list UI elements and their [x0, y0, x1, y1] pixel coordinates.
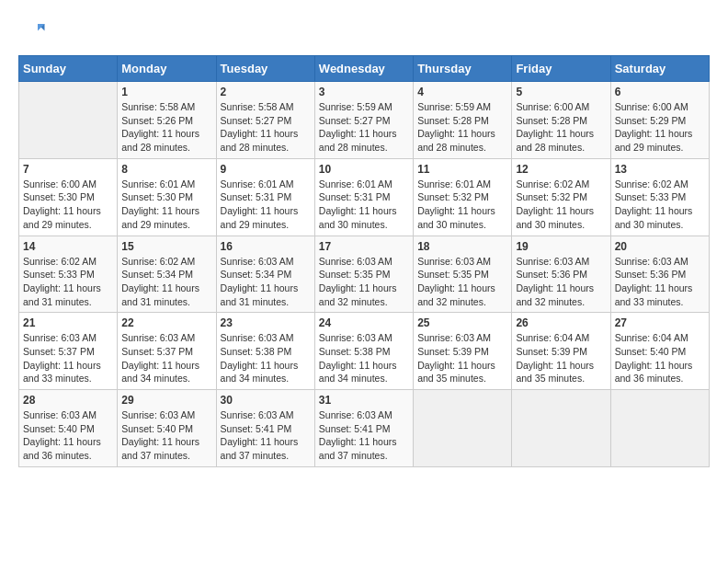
day-number: 4	[417, 86, 507, 98]
calendar-cell: 5Sunrise: 6:00 AMSunset: 5:28 PMDaylight…	[512, 82, 610, 159]
calendar-cell: 28Sunrise: 6:03 AMSunset: 5:40 PMDayligh…	[19, 390, 118, 467]
calendar-cell: 17Sunrise: 6:03 AMSunset: 5:35 PMDayligh…	[314, 236, 413, 313]
day-number: 25	[417, 316, 507, 329]
day-info: Sunrise: 5:58 AMSunset: 5:27 PMDaylight:…	[221, 100, 311, 155]
calendar-cell	[512, 390, 610, 467]
day-number: 21	[23, 316, 113, 329]
calendar-cell: 25Sunrise: 6:03 AMSunset: 5:39 PMDayligh…	[414, 313, 512, 390]
day-info: Sunrise: 6:02 AMSunset: 5:33 PMDaylight:…	[615, 178, 705, 232]
calendar-cell: 27Sunrise: 6:04 AMSunset: 5:40 PMDayligh…	[610, 313, 709, 390]
week-row-5: 28Sunrise: 6:03 AMSunset: 5:40 PMDayligh…	[19, 390, 710, 467]
calendar-cell: 10Sunrise: 6:01 AMSunset: 5:31 PMDayligh…	[314, 158, 413, 236]
day-info: Sunrise: 6:03 AMSunset: 5:41 PMDaylight:…	[319, 408, 409, 463]
day-number: 10	[319, 163, 409, 176]
day-number: 5	[516, 86, 606, 98]
day-number: 12	[516, 163, 606, 176]
day-number: 18	[417, 240, 507, 253]
week-row-1: 1Sunrise: 5:58 AMSunset: 5:26 PMDaylight…	[19, 82, 710, 159]
day-number: 22	[121, 316, 211, 329]
calendar-cell: 7Sunrise: 6:00 AMSunset: 5:30 PMDaylight…	[19, 158, 118, 236]
page-header	[18, 18, 710, 46]
calendar-table: SundayMondayTuesdayWednesdayThursdayFrid…	[18, 55, 710, 467]
day-info: Sunrise: 6:03 AMSunset: 5:38 PMDaylight:…	[319, 331, 409, 385]
day-info: Sunrise: 5:59 AMSunset: 5:28 PMDaylight:…	[417, 100, 507, 155]
calendar-cell: 26Sunrise: 6:04 AMSunset: 5:39 PMDayligh…	[512, 313, 610, 390]
calendar-cell: 12Sunrise: 6:02 AMSunset: 5:32 PMDayligh…	[512, 158, 610, 236]
day-info: Sunrise: 6:03 AMSunset: 5:40 PMDaylight:…	[121, 408, 211, 463]
day-info: Sunrise: 6:02 AMSunset: 5:33 PMDaylight:…	[23, 255, 113, 309]
calendar-cell: 11Sunrise: 6:01 AMSunset: 5:32 PMDayligh…	[414, 158, 512, 236]
day-number: 7	[23, 163, 113, 176]
day-info: Sunrise: 6:04 AMSunset: 5:40 PMDaylight:…	[615, 331, 705, 385]
column-header-saturday: Saturday	[610, 56, 709, 82]
day-info: Sunrise: 6:03 AMSunset: 5:35 PMDaylight:…	[319, 255, 409, 309]
day-number: 28	[23, 394, 113, 407]
day-info: Sunrise: 6:03 AMSunset: 5:38 PMDaylight:…	[221, 331, 311, 385]
calendar-cell: 22Sunrise: 6:03 AMSunset: 5:37 PMDayligh…	[118, 313, 216, 390]
week-row-4: 21Sunrise: 6:03 AMSunset: 5:37 PMDayligh…	[19, 313, 710, 390]
day-info: Sunrise: 6:03 AMSunset: 5:37 PMDaylight:…	[23, 331, 113, 385]
calendar-cell: 13Sunrise: 6:02 AMSunset: 5:33 PMDayligh…	[610, 158, 709, 236]
column-header-tuesday: Tuesday	[216, 56, 314, 82]
day-info: Sunrise: 6:03 AMSunset: 5:40 PMDaylight:…	[23, 408, 113, 463]
day-info: Sunrise: 6:03 AMSunset: 5:41 PMDaylight:…	[221, 408, 311, 463]
column-header-thursday: Thursday	[414, 56, 512, 82]
calendar-cell: 16Sunrise: 6:03 AMSunset: 5:34 PMDayligh…	[216, 236, 314, 313]
day-number: 30	[221, 394, 311, 407]
day-number: 16	[221, 240, 311, 253]
day-info: Sunrise: 6:01 AMSunset: 5:31 PMDaylight:…	[319, 178, 409, 232]
day-info: Sunrise: 6:03 AMSunset: 5:35 PMDaylight:…	[417, 255, 507, 309]
day-number: 29	[121, 394, 211, 407]
calendar-cell: 15Sunrise: 6:02 AMSunset: 5:34 PMDayligh…	[118, 236, 216, 313]
day-number: 9	[221, 163, 311, 176]
calendar-cell: 24Sunrise: 6:03 AMSunset: 5:38 PMDayligh…	[314, 313, 413, 390]
day-info: Sunrise: 6:01 AMSunset: 5:32 PMDaylight:…	[417, 178, 507, 232]
calendar-cell: 29Sunrise: 6:03 AMSunset: 5:40 PMDayligh…	[118, 390, 216, 467]
calendar-cell: 18Sunrise: 6:03 AMSunset: 5:35 PMDayligh…	[414, 236, 512, 313]
calendar-cell: 3Sunrise: 5:59 AMSunset: 5:27 PMDaylight…	[314, 82, 413, 159]
day-info: Sunrise: 6:01 AMSunset: 5:30 PMDaylight:…	[121, 178, 211, 232]
calendar-cell: 6Sunrise: 6:00 AMSunset: 5:29 PMDaylight…	[610, 82, 709, 159]
week-row-3: 14Sunrise: 6:02 AMSunset: 5:33 PMDayligh…	[19, 236, 710, 313]
day-info: Sunrise: 5:59 AMSunset: 5:27 PMDaylight:…	[319, 100, 409, 155]
calendar-cell: 21Sunrise: 6:03 AMSunset: 5:37 PMDayligh…	[19, 313, 118, 390]
calendar-cell: 8Sunrise: 6:01 AMSunset: 5:30 PMDaylight…	[118, 158, 216, 236]
day-info: Sunrise: 6:04 AMSunset: 5:39 PMDaylight:…	[516, 331, 606, 385]
day-number: 1	[121, 86, 211, 98]
day-info: Sunrise: 6:03 AMSunset: 5:36 PMDaylight:…	[615, 255, 705, 309]
day-number: 3	[319, 86, 409, 98]
svg-rect-0	[18, 18, 46, 46]
calendar-cell: 2Sunrise: 5:58 AMSunset: 5:27 PMDaylight…	[216, 82, 314, 159]
day-info: Sunrise: 6:03 AMSunset: 5:36 PMDaylight:…	[516, 255, 606, 309]
calendar-header-row: SundayMondayTuesdayWednesdayThursdayFrid…	[19, 56, 710, 82]
calendar-cell: 20Sunrise: 6:03 AMSunset: 5:36 PMDayligh…	[610, 236, 709, 313]
day-info: Sunrise: 6:02 AMSunset: 5:34 PMDaylight:…	[121, 255, 211, 309]
day-number: 13	[615, 163, 705, 176]
day-number: 26	[516, 316, 606, 329]
column-header-sunday: Sunday	[19, 56, 118, 82]
column-header-wednesday: Wednesday	[314, 56, 413, 82]
calendar-cell: 31Sunrise: 6:03 AMSunset: 5:41 PMDayligh…	[314, 390, 413, 467]
week-row-2: 7Sunrise: 6:00 AMSunset: 5:30 PMDaylight…	[19, 158, 710, 236]
day-info: Sunrise: 6:02 AMSunset: 5:32 PMDaylight:…	[516, 178, 606, 232]
day-number: 24	[319, 316, 409, 329]
day-number: 20	[615, 240, 705, 253]
logo-icon	[18, 18, 46, 46]
calendar-cell	[414, 390, 512, 467]
day-number: 8	[121, 163, 211, 176]
calendar-cell	[19, 82, 118, 159]
day-info: Sunrise: 6:03 AMSunset: 5:37 PMDaylight:…	[121, 331, 211, 385]
logo	[18, 18, 50, 46]
day-number: 31	[319, 394, 409, 407]
calendar-cell: 30Sunrise: 6:03 AMSunset: 5:41 PMDayligh…	[216, 390, 314, 467]
day-info: Sunrise: 6:01 AMSunset: 5:31 PMDaylight:…	[221, 178, 311, 232]
calendar-cell: 1Sunrise: 5:58 AMSunset: 5:26 PMDaylight…	[118, 82, 216, 159]
day-number: 19	[516, 240, 606, 253]
day-number: 6	[615, 86, 705, 98]
day-number: 2	[221, 86, 311, 98]
day-number: 23	[221, 316, 311, 329]
day-number: 14	[23, 240, 113, 253]
day-number: 11	[417, 163, 507, 176]
calendar-cell: 14Sunrise: 6:02 AMSunset: 5:33 PMDayligh…	[19, 236, 118, 313]
day-info: Sunrise: 6:00 AMSunset: 5:28 PMDaylight:…	[516, 100, 606, 155]
